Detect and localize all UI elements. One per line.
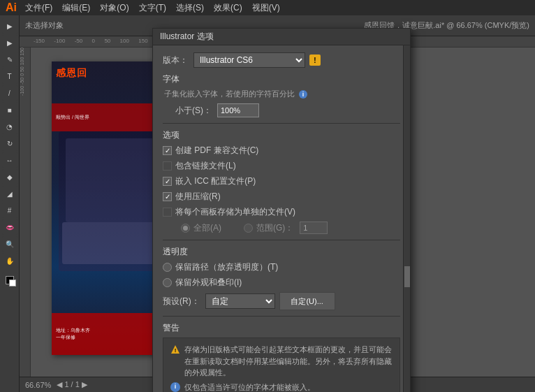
menu-file[interactable]: 文件(F) [25, 2, 52, 14]
zoom-level: 66.67% [25, 381, 51, 389]
use-compress-checkbox[interactable] [163, 192, 172, 201]
divider-1 [163, 123, 400, 124]
font-percent-row: 小于(S)： [163, 103, 400, 117]
save-artboards-checkbox[interactable] [163, 208, 172, 217]
doc-main-text: 感恩回 [56, 67, 87, 80]
blend-tool[interactable]: ◆ [2, 169, 17, 184]
include-linked-checkbox[interactable] [163, 161, 172, 170]
info-icon-font: i [299, 90, 307, 99]
gradient-tool[interactable]: ◢ [2, 186, 17, 201]
brush-tool[interactable]: ◔ [2, 119, 17, 134]
fill-stroke-tool[interactable] [2, 273, 17, 288]
preserve-appearance-row: 保留外观和叠印(I) [163, 277, 400, 289]
main-layout: ▶ ▶ ✎ T / ■ ◔ ↻ ↔ ◆ ◢ # 👄 🔍 ✋ 未选择对象 感恩回馈… [0, 15, 535, 392]
warning-row-1: ! 存储为旧版格式可能会引起某些文本框面的更改，并且可能会在重新读取文档时停用某… [170, 344, 393, 379]
illustrator-options-dialog[interactable]: Illustrator 选项 版本： Illustrator CS6 ! 字体 [152, 28, 411, 392]
embed-icc-row: 嵌入 ICC 配置文件(P) [163, 175, 400, 187]
version-label: 版本： [163, 55, 188, 66]
version-row: 版本： Illustrator CS6 ! [163, 52, 400, 68]
menu-view[interactable]: 视图(V) [252, 2, 280, 14]
info-circle-icon: i [170, 382, 180, 392]
select-tool[interactable]: ▶ [2, 18, 17, 34]
info-row-1: i 仅包含适当许可位的字体才能被嵌入。 [170, 382, 393, 393]
scale-tool[interactable]: ↔ [2, 152, 17, 168]
hand-tool[interactable]: ✋ [2, 253, 17, 268]
dialog-title: Illustrator 选项 [153, 29, 410, 45]
font-section-label: 字体 [163, 73, 400, 85]
menu-object[interactable]: 对象(O) [100, 2, 129, 14]
type-tool[interactable]: T [2, 68, 17, 84]
menu-edit[interactable]: 编辑(E) [62, 2, 90, 14]
create-pdf-row: 创建 PDF 兼容文件(C) [163, 145, 400, 157]
menu-text[interactable]: 文字(T) [139, 2, 166, 14]
page-indicator: ◀ 1 / 1 ▶ [57, 380, 87, 389]
no-selection-label: 未选择对象 [25, 20, 64, 31]
pen-tool[interactable]: ✎ [2, 52, 17, 67]
toolbar: ▶ ▶ ✎ T / ■ ◔ ↻ ↔ ◆ ◢ # 👄 🔍 ✋ [0, 15, 20, 392]
dialog-scrollbar[interactable] [403, 45, 410, 392]
warning-section-label: 警告 [163, 322, 400, 334]
create-pdf-checkbox[interactable] [163, 146, 172, 155]
preserve-path-radio[interactable] [163, 263, 172, 272]
divider-3 [163, 316, 400, 317]
all-artboards-row: 全部(A) 范围(G)： [163, 222, 400, 234]
font-percent-input[interactable] [217, 103, 259, 117]
range-radio[interactable] [244, 224, 253, 233]
vertical-ruler: -100 -50 0 50 100 150 [20, 48, 31, 377]
range-input[interactable] [300, 222, 328, 234]
dialog-body: 版本： Illustrator CS6 ! 字体 子集化嵌入字体，若使用的字符百… [153, 45, 410, 392]
options-section-label: 选项 [163, 129, 400, 141]
version-select[interactable]: Illustrator CS6 [193, 52, 305, 68]
warning-box: ! 存储为旧版格式可能会引起某些文本框面的更改，并且可能会在重新读取文档时停用某… [163, 337, 400, 392]
warning-triangle-icon: ! [170, 344, 180, 354]
menu-select[interactable]: 选择(S) [176, 2, 204, 14]
zoom-tool[interactable]: 🔍 [2, 236, 17, 252]
preserve-path-row: 保留路径（放弃透明度）(T) [163, 261, 400, 273]
menu-effect[interactable]: 效果(C) [214, 2, 242, 14]
transparency-section-label: 透明度 [163, 246, 400, 258]
app-logo: Ai [6, 1, 17, 14]
all-radio[interactable] [181, 224, 190, 233]
line-tool[interactable]: / [2, 85, 17, 101]
preset-select[interactable]: 自定 [205, 293, 275, 309]
version-warning-icon: ! [309, 55, 321, 66]
divider-2 [163, 240, 400, 240]
preset-label: 预设(R)： [163, 296, 200, 307]
embed-icc-checkbox[interactable] [163, 177, 172, 186]
save-artboards-row: 将每个画板存储为单独的文件(V) [163, 206, 400, 218]
rect-tool[interactable]: ■ [2, 102, 17, 117]
eyedropper-tool[interactable]: 👄 [2, 219, 17, 235]
mesh-tool[interactable]: # [2, 203, 17, 218]
scrollbar-thumb[interactable] [404, 266, 410, 287]
preset-row: 预设(R)： 自定 自定(U)... [163, 292, 400, 310]
preserve-appearance-radio[interactable] [163, 278, 172, 287]
svg-text:!: ! [175, 347, 177, 354]
include-linked-row: 包含链接文件(L) [163, 160, 400, 172]
title-bar: Ai 文件(F) 编辑(E) 对象(O) 文字(T) 选择(S) 效果(C) 视… [0, 0, 535, 15]
use-compress-row: 使用压缩(R) [163, 191, 400, 203]
custom-button[interactable]: 自定(U)... [279, 292, 335, 310]
font-less-than-label: 小于(S)： [175, 105, 212, 117]
canvas-area: 未选择对象 感恩回馈，诚意巨献.ai* @ 66.67% (CMYK/预览) -… [20, 15, 535, 392]
menu-bar[interactable]: 文件(F) 编辑(E) 对象(O) 文字(T) 选择(S) 效果(C) 视图(V… [25, 2, 280, 14]
direct-select-tool[interactable]: ▶ [2, 35, 17, 50]
rotate-tool[interactable]: ↻ [2, 136, 17, 151]
font-desc: 子集化嵌入字体，若使用的字符百分比 i [163, 89, 400, 99]
